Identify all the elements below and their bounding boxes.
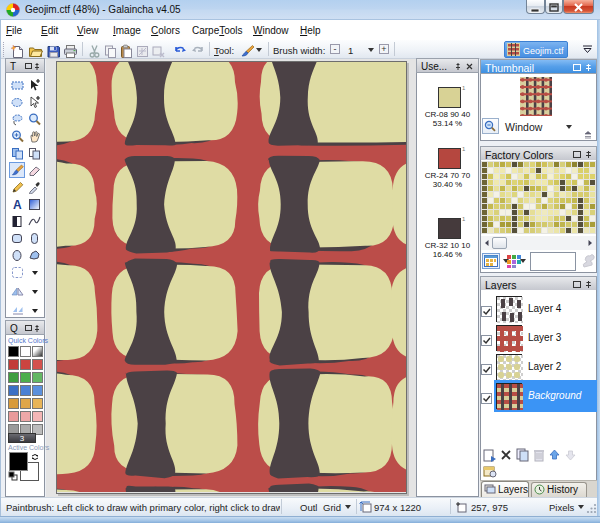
- svg-text:A: A: [13, 198, 22, 211]
